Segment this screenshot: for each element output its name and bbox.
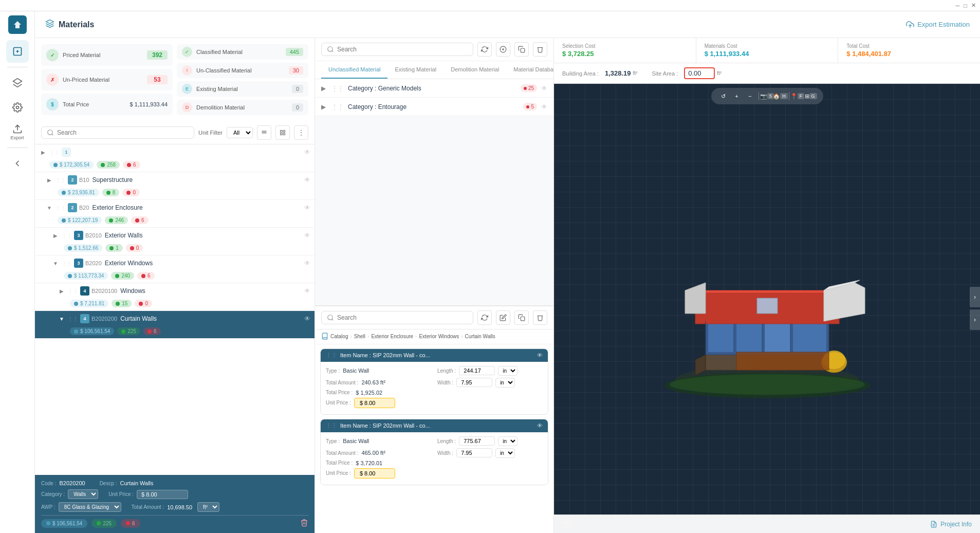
side-arrow-down[interactable]: ›: [970, 309, 980, 330]
sidebar-item-edit[interactable]: [6, 40, 29, 63]
stat-red-2: 0: [122, 189, 140, 196]
tree-item-header-2[interactable]: ▶ ⋮⋮ 2 B10 Superstructure 👁: [35, 172, 315, 188]
bottom-copy-btn[interactable]: [514, 310, 529, 325]
sidebar-item-collapse[interactable]: [6, 152, 29, 175]
tab-existing[interactable]: Existing Material: [387, 61, 443, 79]
sort-btn[interactable]: [257, 125, 271, 140]
export-estimation-button[interactable]: Export Estimation: [906, 21, 970, 29]
tree-item-header-3[interactable]: ▼ ⋮⋮ 2 B20 Exterior Enclosure 👁: [35, 200, 315, 215]
add-btn[interactable]: [496, 42, 510, 57]
width-unit-2[interactable]: in: [495, 448, 515, 458]
cat-expand-2[interactable]: ▶: [321, 103, 327, 111]
minimize-btn[interactable]: ─: [956, 3, 960, 9]
width-input-2[interactable]: [456, 448, 492, 457]
expand-4[interactable]: ▶: [51, 231, 60, 240]
eye-3[interactable]: 👁: [304, 204, 310, 211]
drag-3[interactable]: ⋮⋮: [56, 205, 66, 211]
delete-detail-btn[interactable]: [300, 519, 308, 528]
side-arrow-up[interactable]: ›: [970, 287, 980, 307]
tab-database[interactable]: Material Database: [506, 61, 554, 79]
project-info-button[interactable]: Project Info: [930, 521, 972, 528]
top-search-input[interactable]: [337, 46, 468, 53]
expand-1[interactable]: ▶: [39, 148, 47, 156]
left-search-input[interactable]: [57, 129, 189, 136]
card-drag-1[interactable]: ⋮⋮: [326, 352, 337, 359]
grid-btn[interactable]: [275, 125, 290, 140]
tree-item-header-7[interactable]: ▼ ⋮⋮ 4 B2020200 Curtain Walls 👁: [35, 311, 315, 326]
length-input-1[interactable]: [459, 366, 495, 375]
stat-price-5: $ 113,773.34: [64, 272, 108, 280]
close-btn[interactable]: ✕: [971, 2, 976, 9]
drag-1[interactable]: ⋮⋮: [49, 150, 60, 155]
more-btn[interactable]: ⋮: [294, 125, 308, 140]
eye-5[interactable]: 👁: [304, 260, 310, 267]
copy-btn[interactable]: [514, 42, 529, 57]
tree-item-header-5[interactable]: ▼ ⋮⋮ 3 B2020 Exterior Windows 👁: [35, 255, 315, 271]
expand-3[interactable]: ▼: [45, 204, 53, 212]
cat-drag-2[interactable]: ⋮⋮: [331, 103, 344, 111]
item-code-4: B2010: [85, 232, 102, 238]
length-input-2[interactable]: [459, 436, 495, 446]
sidebar-item-settings[interactable]: [6, 96, 29, 119]
awp-select[interactable]: 8C Glass & Glazing: [59, 502, 121, 512]
level-badge-3: 2: [68, 203, 77, 212]
detail-awp-field: AWP : 8C Glass & Glazing: [41, 502, 121, 512]
eye-2[interactable]: 👁: [304, 176, 310, 183]
card-title-2: Item Name : SIP 202mm Wall - co...: [340, 422, 534, 429]
tab-unclassified[interactable]: Unclassified Material: [321, 61, 387, 79]
drag-4[interactable]: ⋮⋮: [62, 233, 72, 238]
catalog-icon: [321, 333, 328, 341]
tree-item-header-6[interactable]: ▶ ⋮⋮ 4 B2020100 Windows 👁: [35, 283, 315, 299]
eye-6[interactable]: 👁: [304, 287, 310, 295]
eye-1[interactable]: 👁: [304, 149, 310, 156]
expand-up-btn[interactable]: [560, 517, 572, 529]
bottom-edit-btn[interactable]: [496, 310, 510, 325]
width-unit-1[interactable]: in: [495, 378, 515, 388]
eye-4[interactable]: 👁: [304, 232, 310, 239]
length-unit-1[interactable]: in: [498, 366, 517, 376]
drag-2[interactable]: ⋮⋮: [56, 177, 66, 183]
card-eye-1[interactable]: 👁: [537, 352, 543, 358]
expand-5[interactable]: ▼: [51, 259, 60, 267]
tab-demolition[interactable]: Demolition Material: [443, 61, 506, 79]
category-row-1[interactable]: ▶ ⋮⋮ Category : Generic Models 25 👁: [315, 79, 553, 98]
cat-drag-1[interactable]: ⋮⋮: [331, 85, 344, 92]
unit-price-input-1[interactable]: [354, 398, 395, 408]
tree-item-header-4[interactable]: ▶ ⋮⋮ 3 B2010 Exterior Walls 👁: [35, 228, 315, 243]
expand-2[interactable]: ▶: [45, 176, 53, 184]
unit-filter-select[interactable]: All: [227, 127, 253, 138]
green-val-6: 15: [122, 301, 127, 306]
drag-5[interactable]: ⋮⋮: [62, 261, 72, 266]
amount-unit-select[interactable]: ft²: [197, 502, 219, 512]
site-area-input[interactable]: [684, 67, 715, 79]
bottom-refresh-btn[interactable]: [477, 310, 492, 325]
unit-price-input[interactable]: [137, 490, 188, 499]
bottom-delete-btn[interactable]: [533, 310, 547, 325]
cat-eye-1[interactable]: 👁: [541, 85, 547, 92]
cat-expand-1[interactable]: ▶: [321, 85, 327, 92]
bottom-search-box[interactable]: [321, 311, 473, 324]
refresh-btn[interactable]: [477, 42, 492, 57]
drag-7[interactable]: ⋮⋮: [68, 316, 78, 322]
category-select[interactable]: Walls: [68, 489, 98, 499]
eye-7[interactable]: 👁: [304, 315, 310, 322]
length-unit-2[interactable]: in: [498, 436, 517, 446]
drag-6[interactable]: ⋮⋮: [68, 288, 78, 294]
left-search-box[interactable]: [41, 126, 194, 139]
category-row-2[interactable]: ▶ ⋮⋮ Category : Entourage 5 👁: [315, 98, 553, 116]
sidebar-item-layers[interactable]: [6, 71, 29, 94]
unit-price-input-2[interactable]: [354, 468, 395, 479]
maximize-btn[interactable]: □: [964, 3, 967, 9]
expand-6[interactable]: ▶: [58, 287, 66, 295]
cat-eye-2[interactable]: 👁: [541, 103, 547, 111]
tree-item-header-1[interactable]: ▶ ⋮⋮ 1 👁: [35, 144, 315, 160]
card-drag-2[interactable]: ⋮⋮: [326, 422, 337, 429]
expand-7[interactable]: ▼: [58, 315, 66, 323]
header-right: Export Estimation: [906, 21, 970, 29]
bottom-search-input[interactable]: [337, 314, 468, 321]
top-search-box[interactable]: [321, 43, 473, 56]
width-input-1[interactable]: [456, 378, 492, 387]
card-eye-2[interactable]: 👁: [537, 422, 543, 429]
delete-btn[interactable]: [533, 42, 547, 57]
sidebar-item-export[interactable]: Export: [6, 121, 29, 143]
